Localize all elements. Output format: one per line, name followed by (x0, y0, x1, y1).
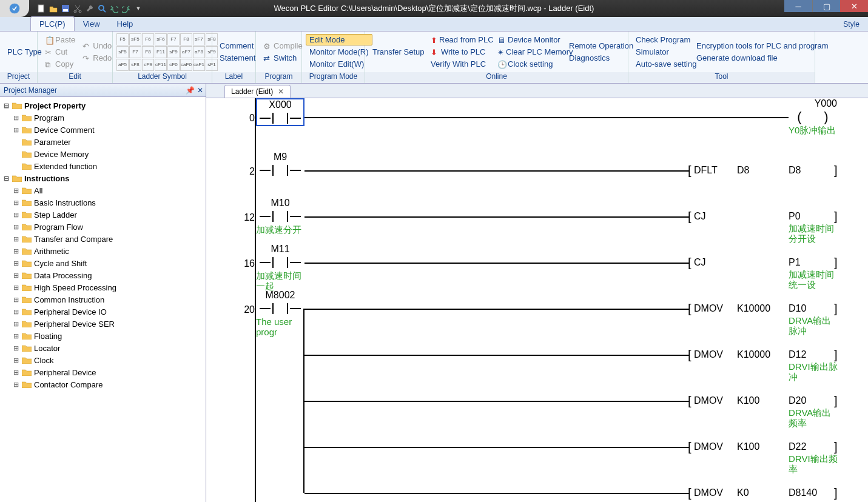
tree-item[interactable]: ⊞Peripheral Device SER (0, 318, 206, 330)
ladder-symbol-button[interactable]: cF0 (167, 59, 180, 71)
auto-save-button[interactable]: Auto-save setting (632, 58, 693, 70)
ladder-output[interactable]: Y000 ( ) Y0脉冲输出 (789, 98, 837, 135)
tree-item[interactable]: ⊞Basic Instructions (0, 196, 206, 209)
qat-wrench-icon[interactable] (85, 4, 95, 13)
tab-plc[interactable]: PLC(P) (30, 16, 75, 31)
ladder-symbol-button[interactable]: F8 (180, 33, 192, 45)
close-button[interactable]: ✕ (840, 0, 868, 12)
ladder-operand[interactable]: D22 (789, 441, 806, 452)
qat-undo-icon[interactable] (109, 4, 119, 13)
ladder-operand[interactable]: D20 (789, 395, 806, 406)
device-monitor-button[interactable]: 🖥Device Monitor (494, 34, 565, 45)
tree-item[interactable]: ⊞Clock (0, 354, 206, 366)
simulator-button[interactable]: Simulator (632, 46, 693, 58)
ladder-canvas[interactable]: X000 0 Y000 ( ) Y0脉冲输出 M9 2[DFLTD8D8] M1… (206, 98, 868, 502)
tree-item[interactable]: ⊞Program (0, 112, 206, 124)
ladder-symbol-button[interactable]: cF11 (155, 59, 167, 71)
qat-cut-icon[interactable] (73, 4, 82, 13)
ladder-operand[interactable]: K10000 (737, 303, 770, 314)
ladder-operand[interactable]: D8 (789, 165, 801, 176)
ladder-symbol-button[interactable]: caF0 (180, 59, 192, 71)
tree-item[interactable]: ⊞Locator (0, 342, 206, 354)
tree-item[interactable]: ⊞Peripheral Device (0, 366, 206, 378)
ladder-operand[interactable]: K100 (737, 395, 759, 406)
comment-button[interactable]: Comment (216, 40, 259, 52)
tree-item[interactable]: ⊞Program Flow (0, 221, 206, 233)
qat-dropdown-icon[interactable]: ▼ (133, 4, 143, 13)
ladder-symbol-button[interactable]: sF7 (193, 33, 205, 45)
ladder-symbol-button[interactable]: sF5 (116, 46, 129, 58)
minimize-button[interactable]: ─ (784, 0, 812, 12)
monitor-mode-r-button[interactable]: Monitor Mode(R) (306, 46, 372, 58)
ladder-symbol-button[interactable]: F7 (167, 33, 180, 45)
ladder-instruction[interactable]: DMOV (694, 441, 723, 452)
pm-close-icon[interactable]: ✕ (197, 86, 203, 95)
tree-item[interactable]: ⊞Common Instruction (0, 293, 206, 306)
project-tree[interactable]: ⊟Project Property⊞Program⊞Device Comment… (0, 97, 206, 502)
document-tab-close-icon[interactable]: ✕ (278, 87, 284, 96)
tree-item[interactable]: Device Memory (0, 148, 206, 160)
tree-item[interactable]: ⊞Floating (0, 330, 206, 342)
ladder-symbol-button[interactable]: F8 (142, 46, 154, 58)
document-tab[interactable]: Ladder (Eidt) ✕ (224, 85, 291, 98)
qat-find-icon[interactable] (97, 4, 107, 13)
tree-item[interactable]: Extended function (0, 160, 206, 172)
ladder-operand[interactable]: D8 (737, 165, 749, 176)
ladder-symbol-button[interactable]: cF9 (142, 59, 154, 71)
transfer-setup-button[interactable]: Transfer Setup (369, 46, 427, 58)
maximize-button[interactable]: ▢ (812, 0, 840, 12)
ladder-instruction[interactable]: DMOV (694, 349, 723, 360)
ladder-symbol-button[interactable]: sF8 (129, 59, 141, 71)
write-to-plc-button[interactable]: ⬇Write to PLC (427, 46, 494, 58)
ladder-instruction[interactable]: DMOV (694, 303, 723, 314)
ladder-operand[interactable]: K10000 (737, 349, 770, 360)
tree-item[interactable]: ⊞Arithmetic (0, 245, 206, 257)
clear-plc-memory-button[interactable]: ✴Clear PLC Memory (494, 46, 565, 58)
redo-button[interactable]: ↷Redo (79, 52, 115, 64)
ladder-operand[interactable]: P0 (789, 211, 801, 222)
ladder-symbol-button[interactable]: aF5 (116, 59, 129, 71)
ladder-instruction[interactable]: DMOV (694, 487, 723, 498)
undo-button[interactable]: ↶Undo (79, 40, 115, 52)
tree-item[interactable]: ⊞Data Processing (0, 269, 206, 281)
style-link[interactable]: Style (841, 18, 862, 31)
ladder-contact[interactable]: X000 (256, 98, 304, 126)
ladder-instruction[interactable]: DFLT (694, 165, 718, 176)
tree-item[interactable]: ⊞Device Comment (0, 124, 206, 136)
ladder-symbol-button[interactable]: aF8 (193, 46, 205, 58)
switch-button[interactable]: ⇄Switch (260, 52, 306, 64)
qat-save-icon[interactable] (61, 4, 70, 13)
ladder-symbol-grid[interactable]: F5sF5F6sF6F7F8sF7sF8sF5F7F8F11sF9aF7aF8s… (116, 33, 218, 71)
ladder-contact[interactable]: M10 (256, 198, 304, 223)
ladder-operand[interactable]: P1 (789, 257, 801, 268)
cut-button[interactable]: ✂Cut (41, 46, 79, 58)
compile-button[interactable]: ⚙Compile (260, 40, 306, 52)
ladder-symbol-button[interactable]: sF5 (129, 33, 141, 45)
read-from-plc-button[interactable]: ⬆Read from PLC (427, 34, 494, 45)
tree-item[interactable]: ⊞All (0, 184, 206, 196)
statement-button[interactable]: Statement (216, 52, 259, 64)
ladder-contact[interactable]: M8002 (256, 290, 304, 315)
tree-item[interactable]: ⊞Step Ladder (0, 209, 206, 221)
ladder-symbol-button[interactable]: F5 (116, 33, 129, 45)
tree-item[interactable]: ⊞Transfer and Compare (0, 233, 206, 245)
monitor-edit-w-button[interactable]: Monitor Edit(W) (306, 58, 372, 70)
encryption-tools-button[interactable]: Encryption tools for PLC and program (693, 40, 814, 52)
clock-setting-button[interactable]: 🕒Clock setting (494, 58, 565, 70)
app-menu-button[interactable] (0, 0, 29, 17)
qat-redo-icon[interactable] (121, 4, 131, 13)
ladder-operand[interactable]: K100 (737, 441, 759, 452)
pm-pin-icon[interactable]: 📌 (186, 86, 195, 95)
qat-new-icon[interactable] (36, 4, 46, 13)
ladder-contact[interactable]: M11 (256, 244, 304, 269)
ladder-instruction[interactable]: DMOV (694, 395, 723, 406)
ladder-operand[interactable]: K0 (737, 487, 749, 498)
ladder-symbol-button[interactable]: caF1 (193, 59, 205, 71)
tree-item[interactable]: ⊞Cycle and Shift (0, 257, 206, 269)
generate-download-button[interactable]: Generate download file (693, 52, 814, 64)
remote-operation-button[interactable]: Remote Operation (565, 40, 631, 52)
ladder-symbol-button[interactable]: F6 (142, 33, 154, 45)
ladder-operand[interactable]: D10 (789, 303, 806, 314)
edit-mode-button[interactable]: Edit Mode (306, 34, 372, 45)
copy-button[interactable]: ⧉Copy (41, 58, 79, 70)
